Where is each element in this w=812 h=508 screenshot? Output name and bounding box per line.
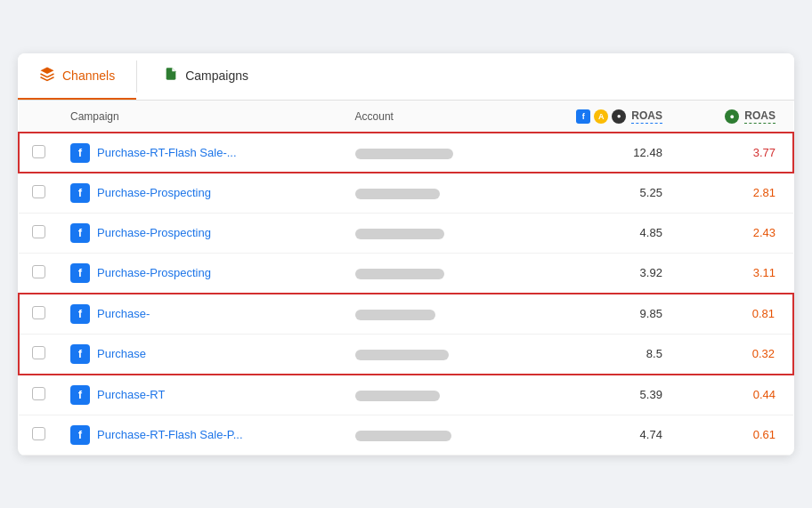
row-campaign-cell: f Purchase-Prospecting (58, 173, 343, 213)
row-roas2: 2.81 (680, 173, 793, 213)
row-checkbox[interactable] (32, 306, 45, 319)
row-account-cell (343, 133, 517, 173)
row-campaign-cell: f Purchase-Prospecting (58, 253, 343, 294)
row-account-cell (343, 334, 517, 375)
th-account: Account (343, 101, 517, 133)
roas2-label: ROAS (744, 109, 775, 124)
account-bar (355, 310, 435, 320)
tab-channels-label: Channels (62, 69, 115, 83)
campaign-name: Purchase-Prospecting (97, 226, 211, 239)
dark-icon-header: ● (612, 109, 626, 124)
row-account-cell (343, 253, 517, 294)
table-header-row: Campaign Account f A ● ROAS (19, 101, 793, 133)
row-campaign-cell: f Purchase-RT-Flash Sale-... (58, 133, 343, 173)
fb-icon: f (70, 425, 90, 445)
tab-campaigns[interactable]: Campaigns (137, 53, 270, 100)
row-account-cell (343, 213, 517, 253)
row-checkbox-cell (19, 375, 58, 415)
row-roas2: 3.11 (680, 253, 793, 294)
row-campaign-cell: f Purchase- (58, 294, 343, 335)
tab-campaigns-label: Campaigns (185, 69, 248, 83)
row-campaign-cell: f Purchase-RT (58, 375, 343, 415)
account-bar (355, 391, 440, 401)
row-checkbox-cell (19, 213, 58, 253)
channels-icon (39, 66, 55, 85)
row-campaign-cell: f Purchase-Prospecting (58, 213, 343, 253)
row-campaign-cell: f Purchase-RT-Flash Sale-P... (58, 415, 343, 455)
row-checkbox-cell (19, 173, 58, 213)
account-bar (355, 431, 451, 441)
row-campaign-cell: f Purchase (58, 334, 343, 375)
fb-icon: f (70, 143, 90, 163)
table-row: f Purchase-RT-Flash Sale-... 12.48 3.77 (19, 133, 793, 173)
row-roas1: 9.85 (517, 294, 680, 335)
row-account-cell (343, 375, 517, 415)
th-roas2: ● ROAS (680, 101, 793, 133)
row-checkbox[interactable] (32, 225, 45, 238)
row-checkbox[interactable] (32, 387, 45, 400)
row-roas2: 2.43 (680, 213, 793, 253)
main-container: Channels Campaigns Campaign (18, 53, 794, 456)
fb-icon: f (70, 263, 90, 283)
row-checkbox[interactable] (32, 145, 45, 158)
table-row: f Purchase-Prospecting 3.92 3.11 (19, 253, 793, 294)
fb-icon: f (70, 344, 90, 364)
row-checkbox-cell (19, 334, 58, 375)
account-bar (355, 269, 444, 279)
fb-icon-header: f (576, 109, 590, 124)
row-roas1: 4.74 (517, 415, 680, 455)
row-checkbox[interactable] (32, 185, 45, 198)
row-roas1: 12.48 (517, 133, 680, 173)
row-checkbox[interactable] (32, 346, 45, 359)
row-checkbox-cell (19, 253, 58, 294)
campaign-name: Purchase-RT (97, 388, 165, 401)
table-row: f Purchase- 9.85 0.81 (19, 294, 793, 335)
table-container: Campaign Account f A ● ROAS (18, 101, 794, 456)
account-bar (355, 189, 440, 199)
row-roas1: 5.25 (517, 173, 680, 213)
row-checkbox[interactable] (32, 265, 45, 278)
campaign-name: Purchase- (97, 307, 150, 320)
campaign-name: Purchase-RT-Flash Sale-... (97, 146, 237, 159)
row-roas1: 4.85 (517, 213, 680, 253)
fb-icon: f (70, 183, 90, 203)
table-row: f Purchase 8.5 0.32 (19, 334, 793, 375)
account-bar (355, 229, 444, 239)
row-checkbox-cell (19, 294, 58, 335)
row-roas2: 0.61 (680, 415, 793, 455)
account-bar (355, 149, 453, 159)
row-roas1: 5.39 (517, 375, 680, 415)
table-row: f Purchase-Prospecting 4.85 2.43 (19, 213, 793, 253)
fb-icon: f (70, 223, 90, 243)
row-checkbox-cell (19, 133, 58, 173)
row-roas2: 0.81 (680, 294, 793, 335)
tabs-row: Channels Campaigns (18, 53, 794, 101)
fb-icon: f (70, 304, 90, 324)
row-checkbox-cell (19, 415, 58, 455)
row-roas2: 0.32 (680, 334, 793, 375)
th-checkbox (19, 101, 58, 133)
table-body: f Purchase-RT-Flash Sale-... 12.48 3.77 … (19, 133, 793, 455)
row-roas1: 3.92 (517, 253, 680, 294)
th-roas1: f A ● ROAS (517, 101, 680, 133)
table-row: f Purchase-RT 5.39 0.44 (19, 375, 793, 415)
campaign-name: Purchase-RT-Flash Sale-P... (97, 428, 243, 441)
campaigns-table: Campaign Account f A ● ROAS (18, 101, 794, 456)
row-roas2: 0.44 (680, 375, 793, 415)
fb-icon: f (70, 385, 90, 405)
campaign-name: Purchase-Prospecting (97, 266, 211, 279)
row-account-cell (343, 294, 517, 335)
row-roas1: 8.5 (517, 334, 680, 375)
row-account-cell (343, 415, 517, 455)
green-icon-header: ● (725, 109, 739, 124)
tab-channels[interactable]: Channels (18, 53, 136, 100)
campaign-name: Purchase-Prospecting (97, 186, 211, 199)
roas1-label: ROAS (631, 109, 662, 124)
table-row: f Purchase-RT-Flash Sale-P... 4.74 0.61 (19, 415, 793, 455)
account-bar (355, 350, 449, 360)
row-roas2: 3.77 (680, 133, 793, 173)
th-campaign: Campaign (58, 101, 343, 133)
campaigns-icon (164, 67, 178, 85)
row-account-cell (343, 173, 517, 213)
row-checkbox[interactable] (32, 427, 45, 440)
